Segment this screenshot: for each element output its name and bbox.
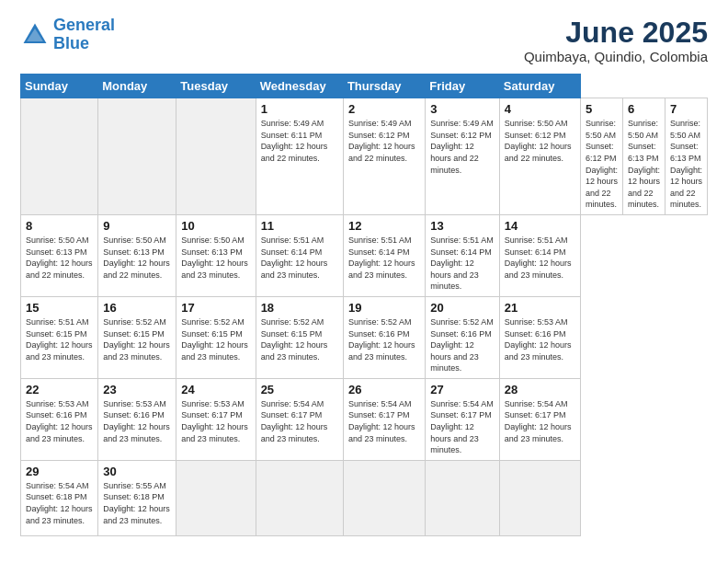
day-info: Sunrise: 5:51 AMSunset: 6:14 PMDaylight:… [261, 235, 338, 281]
day-number: 6 [628, 102, 660, 116]
day-number: 20 [430, 301, 495, 315]
calendar-cell: 24Sunrise: 5:53 AMSunset: 6:17 PMDayligh… [176, 378, 256, 460]
day-number: 14 [505, 219, 575, 233]
day-info: Sunrise: 5:51 AMSunset: 6:14 PMDaylight:… [348, 235, 420, 281]
calendar-cell: 19Sunrise: 5:52 AMSunset: 6:16 PMDayligh… [343, 296, 425, 378]
day-info: Sunrise: 5:52 AMSunset: 6:15 PMDaylight:… [181, 316, 250, 362]
calendar-cell: 23Sunrise: 5:53 AMSunset: 6:16 PMDayligh… [98, 378, 176, 460]
calendar-cell: 16Sunrise: 5:52 AMSunset: 6:15 PMDayligh… [98, 296, 176, 378]
calendar-cell: 9Sunrise: 5:50 AMSunset: 6:13 PMDaylight… [98, 214, 176, 296]
day-number: 19 [348, 301, 420, 315]
day-info: Sunrise: 5:52 AMSunset: 6:15 PMDaylight:… [103, 316, 171, 362]
day-number: 8 [26, 219, 93, 233]
day-info: Sunrise: 5:55 AMSunset: 6:18 PMDaylight:… [103, 480, 171, 526]
day-number: 21 [505, 301, 575, 315]
day-info: Sunrise: 5:50 AMSunset: 6:13 PMDaylight:… [181, 235, 250, 281]
calendar-cell: 2Sunrise: 5:49 AMSunset: 6:12 PMDaylight… [343, 98, 425, 215]
day-info: Sunrise: 5:54 AMSunset: 6:18 PMDaylight:… [26, 480, 93, 526]
day-number: 13 [430, 219, 495, 233]
day-number: 2 [348, 102, 420, 116]
header: General Blue June 2025 Quimbaya, Quindio… [20, 17, 708, 64]
week-row-0: 1Sunrise: 5:49 AMSunset: 6:11 PMDaylight… [21, 98, 708, 215]
day-info: Sunrise: 5:49 AMSunset: 6:11 PMDaylight:… [261, 118, 338, 164]
day-info: Sunrise: 5:53 AMSunset: 6:16 PMDaylight:… [26, 398, 93, 444]
logo: General Blue [20, 17, 115, 53]
week-row-2: 15Sunrise: 5:51 AMSunset: 6:15 PMDayligh… [21, 296, 708, 378]
logo-text: General Blue [53, 17, 115, 53]
day-number: 27 [430, 383, 495, 396]
calendar-table: SundayMondayTuesdayWednesdayThursdayFrid… [20, 74, 708, 536]
calendar-cell [98, 98, 176, 215]
title-block: June 2025 Quimbaya, Quindio, Colombia [524, 17, 708, 64]
day-info: Sunrise: 5:54 AMSunset: 6:17 PMDaylight:… [261, 398, 338, 444]
day-info: Sunrise: 5:54 AMSunset: 6:17 PMDaylight:… [430, 398, 495, 456]
weekday-header-sunday: Sunday [21, 75, 98, 98]
day-number: 26 [348, 383, 420, 396]
day-info: Sunrise: 5:51 AMSunset: 6:14 PMDaylight:… [505, 235, 575, 281]
day-number: 3 [430, 102, 495, 116]
weekday-header-thursday: Thursday [343, 75, 425, 98]
calendar-cell: 3Sunrise: 5:49 AMSunset: 6:12 PMDaylight… [426, 98, 500, 215]
calendar-cell: 22Sunrise: 5:53 AMSunset: 6:16 PMDayligh… [21, 378, 98, 460]
day-info: Sunrise: 5:51 AMSunset: 6:14 PMDaylight:… [430, 235, 495, 293]
day-number: 15 [26, 301, 93, 315]
calendar-cell: 4Sunrise: 5:50 AMSunset: 6:12 PMDaylight… [499, 98, 580, 215]
day-number: 22 [26, 383, 93, 396]
weekday-header-row: SundayMondayTuesdayWednesdayThursdayFrid… [21, 75, 708, 98]
day-number: 16 [103, 301, 171, 315]
day-number: 24 [181, 383, 250, 396]
calendar-title: June 2025 [524, 17, 708, 49]
day-info: Sunrise: 5:52 AMSunset: 6:16 PMDaylight:… [348, 316, 420, 362]
day-info: Sunrise: 5:54 AMSunset: 6:17 PMDaylight:… [505, 398, 575, 444]
weekday-header-monday: Monday [98, 75, 176, 98]
weekday-header-friday: Friday [426, 75, 500, 98]
day-number: 28 [505, 383, 575, 396]
calendar-cell: 10Sunrise: 5:50 AMSunset: 6:13 PMDayligh… [176, 214, 256, 296]
weekday-header-tuesday: Tuesday [176, 75, 256, 98]
calendar-subtitle: Quimbaya, Quindio, Colombia [524, 49, 708, 64]
calendar-cell: 17Sunrise: 5:52 AMSunset: 6:15 PMDayligh… [176, 296, 256, 378]
day-number: 7 [670, 102, 702, 116]
day-number: 18 [261, 301, 338, 315]
calendar-cell [499, 460, 580, 535]
calendar-cell: 26Sunrise: 5:54 AMSunset: 6:17 PMDayligh… [343, 378, 425, 460]
day-number: 10 [181, 219, 250, 233]
day-number: 1 [261, 102, 338, 116]
calendar-cell: 21Sunrise: 5:53 AMSunset: 6:16 PMDayligh… [499, 296, 580, 378]
calendar-cell: 5Sunrise: 5:50 AMSunset: 6:12 PMDaylight… [580, 98, 622, 215]
day-info: Sunrise: 5:52 AMSunset: 6:15 PMDaylight:… [261, 316, 338, 362]
calendar-cell: 7Sunrise: 5:50 AMSunset: 6:13 PMDaylight… [665, 98, 707, 215]
day-info: Sunrise: 5:53 AMSunset: 6:16 PMDaylight:… [103, 398, 171, 444]
day-number: 4 [505, 102, 575, 116]
calendar-cell [426, 460, 500, 535]
calendar-cell: 25Sunrise: 5:54 AMSunset: 6:17 PMDayligh… [256, 378, 343, 460]
day-info: Sunrise: 5:54 AMSunset: 6:17 PMDaylight:… [348, 398, 420, 444]
week-row-4: 29Sunrise: 5:54 AMSunset: 6:18 PMDayligh… [21, 460, 708, 535]
calendar-cell [176, 460, 256, 535]
day-info: Sunrise: 5:50 AMSunset: 6:13 PMDaylight:… [628, 118, 660, 211]
day-number: 23 [103, 383, 171, 396]
calendar-cell [176, 98, 256, 215]
day-info: Sunrise: 5:50 AMSunset: 6:13 PMDaylight:… [103, 235, 171, 281]
day-number: 29 [26, 465, 93, 478]
calendar-cell [343, 460, 425, 535]
calendar-cell: 29Sunrise: 5:54 AMSunset: 6:18 PMDayligh… [21, 460, 98, 535]
calendar-cell: 8Sunrise: 5:50 AMSunset: 6:13 PMDaylight… [21, 214, 98, 296]
page: General Blue June 2025 Quimbaya, Quindio… [0, 0, 728, 563]
week-row-3: 22Sunrise: 5:53 AMSunset: 6:16 PMDayligh… [21, 378, 708, 460]
day-info: Sunrise: 5:49 AMSunset: 6:12 PMDaylight:… [348, 118, 420, 164]
calendar-cell [21, 98, 98, 215]
calendar-cell: 18Sunrise: 5:52 AMSunset: 6:15 PMDayligh… [256, 296, 343, 378]
day-info: Sunrise: 5:50 AMSunset: 6:13 PMDaylight:… [26, 235, 93, 281]
day-info: Sunrise: 5:51 AMSunset: 6:15 PMDaylight:… [26, 316, 93, 362]
weekday-header-saturday: Saturday [499, 75, 580, 98]
day-info: Sunrise: 5:50 AMSunset: 6:12 PMDaylight:… [586, 118, 618, 211]
day-number: 12 [348, 219, 420, 233]
weekday-header-wednesday: Wednesday [256, 75, 343, 98]
calendar-cell: 14Sunrise: 5:51 AMSunset: 6:14 PMDayligh… [499, 214, 580, 296]
day-info: Sunrise: 5:50 AMSunset: 6:12 PMDaylight:… [505, 118, 575, 164]
calendar-cell: 27Sunrise: 5:54 AMSunset: 6:17 PMDayligh… [426, 378, 500, 460]
day-number: 5 [586, 102, 618, 116]
calendar-cell: 20Sunrise: 5:52 AMSunset: 6:16 PMDayligh… [426, 296, 500, 378]
day-number: 30 [103, 465, 171, 478]
